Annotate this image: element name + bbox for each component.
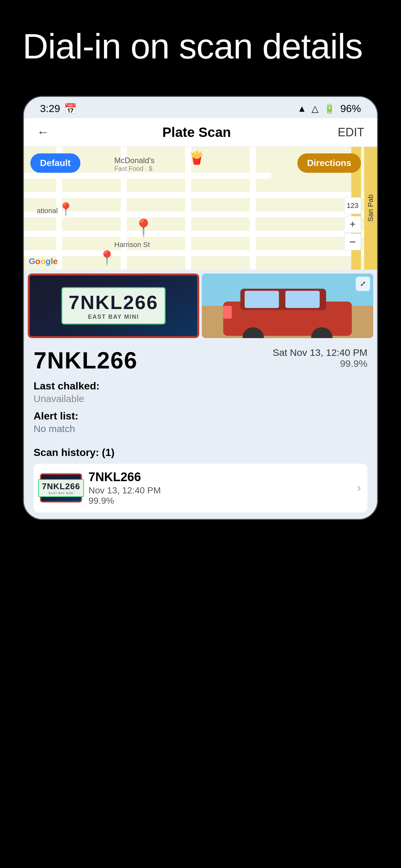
page-title: Plate Scan [56, 125, 338, 140]
calendar-icon: 📅 [64, 103, 77, 115]
history-chevron-icon: › [357, 481, 361, 495]
photos-section: 7NKL266 EAST BAY MINI [24, 270, 377, 338]
alert-list-value: No match [34, 423, 367, 434]
scan-confidence: 99.9% [273, 358, 368, 369]
google-logo: Google [29, 256, 58, 267]
hero-title: Dial-in on scan details [23, 26, 378, 67]
history-plate-text: 7NKL266 [42, 482, 80, 492]
map-background: McDonald's Fast Food · $ 🍟 📍 Harrison St… [24, 147, 377, 270]
plate-row: 7NKL266 Sat Nov 13, 12:40 PM 99.9% [34, 347, 367, 374]
zoom-in-button[interactable]: + [344, 216, 361, 233]
phone-wrapper: 3:29 📅 ▲ △ 🔋 96% ← Plate Scan EDIT [0, 96, 401, 520]
edit-button[interactable]: EDIT [338, 126, 364, 139]
history-label: Scan history: (1) [34, 446, 367, 459]
plate-number-photo: 7NKL266 [69, 291, 158, 314]
svg-rect-8 [223, 306, 232, 319]
plate-subtitle-photo: EAST BAY MINI [69, 314, 158, 320]
mcdonalds-icon: 🍟 [189, 150, 205, 165]
battery-icon: 🔋 [324, 103, 335, 114]
status-bar: 3:29 📅 ▲ △ 🔋 96% [24, 97, 377, 118]
layer-button[interactable]: 123 [344, 197, 361, 214]
back-button[interactable]: ← [37, 125, 49, 139]
history-section: Scan history: (1) 7NKL266 EAST BAY MINI … [24, 446, 377, 519]
hero-section: Dial-in on scan details [0, 0, 401, 86]
signal-icon: △ [312, 103, 319, 114]
history-plate-num: 7NKL266 [89, 470, 351, 484]
car-photo-expand-icon[interactable]: ⤢ [356, 277, 370, 291]
top-bar: ← Plate Scan EDIT [24, 118, 377, 147]
history-thumb: 7NKL266 EAST BAY MINI [40, 473, 82, 502]
directions-button[interactable]: Directions [297, 153, 361, 173]
svg-rect-6 [245, 290, 279, 308]
history-card[interactable]: 7NKL266 EAST BAY MINI 7NKL266 Nov 13, 12… [34, 464, 367, 513]
default-button[interactable]: Default [30, 153, 81, 173]
map-container: McDonald's Fast Food · $ 🍟 📍 Harrison St… [24, 147, 377, 270]
plate-photo: 7NKL266 EAST BAY MINI [28, 274, 199, 338]
last-chalked-row: Last chalked: Unavailable [34, 380, 367, 404]
main-location-pin: 📍 [133, 218, 154, 238]
last-chalked-value: Unavailable [34, 393, 367, 404]
street-label: Harrison St [114, 241, 150, 249]
history-plate-sub: EAST BAY MINI [42, 492, 80, 495]
last-chalked-label: Last chalked: [34, 380, 367, 392]
time-display: 3:29 [40, 103, 60, 115]
status-right: ▲ △ 🔋 96% [297, 103, 361, 115]
history-date: Nov 13, 12:40 PM [89, 485, 351, 496]
mcdonalds-label: McDonald's Fast Food · $ [114, 156, 155, 173]
battery-level: 96% [340, 103, 361, 115]
history-confidence: 99.9% [89, 496, 351, 506]
wifi-icon: ▲ [297, 104, 306, 114]
plate-inner: 7NKL266 EAST BAY MINI [61, 287, 166, 324]
plate-photo-thumb: 7NKL266 EAST BAY MINI [28, 274, 199, 338]
info-section: 7NKL266 Sat Nov 13, 12:40 PM 99.9% Last … [24, 338, 377, 446]
national-pin: 📍 [58, 202, 74, 217]
car-photo-thumb: ⤢ [202, 274, 373, 338]
zoom-out-button[interactable]: − [344, 234, 361, 250]
car-photo: ⤢ [202, 274, 373, 338]
phone-frame: 3:29 📅 ▲ △ 🔋 96% ← Plate Scan EDIT [23, 96, 378, 520]
alert-list-label: Alert list: [34, 410, 367, 422]
plate-number-display: 7NKL266 [34, 347, 137, 374]
svg-rect-7 [285, 290, 320, 308]
national-label: ational [37, 207, 58, 215]
status-left: 3:29 📅 [40, 103, 77, 115]
scan-meta: Sat Nov 13, 12:40 PM 99.9% [273, 347, 368, 369]
map-location-pin: 📍 [98, 250, 116, 267]
san-pablo-label: San Pab [364, 147, 377, 270]
alert-list-row: Alert list: No match [34, 410, 367, 434]
zoom-controls: 123 + − [344, 197, 361, 250]
history-details: 7NKL266 Nov 13, 12:40 PM 99.9% [89, 470, 351, 506]
history-plate-inner: 7NKL266 EAST BAY MINI [38, 479, 84, 497]
scan-date: Sat Nov 13, 12:40 PM [273, 347, 368, 358]
